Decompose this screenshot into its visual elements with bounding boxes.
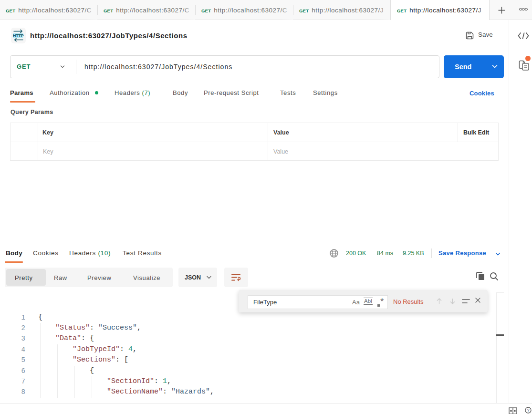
svg-text:?: ?: [527, 408, 529, 413]
svg-text:HTTP: HTTP: [13, 33, 24, 38]
